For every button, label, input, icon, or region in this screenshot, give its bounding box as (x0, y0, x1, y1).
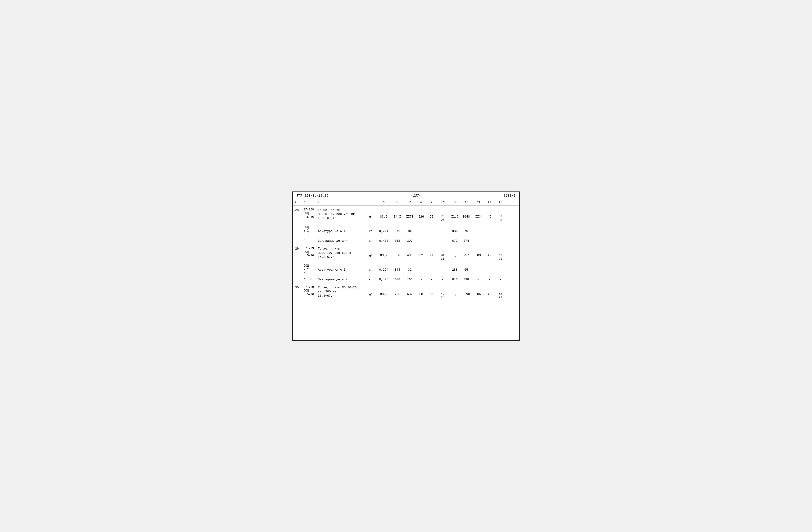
row-num-29: 29 (294, 247, 303, 251)
col14-28-arm: - (484, 230, 495, 233)
desc-29: То же, плитыП030-I0, вес 600 ктI5,8+67,4 (317, 247, 365, 259)
col7-28: II73 (404, 208, 416, 219)
ref-29-zak: п.I38 (303, 278, 317, 282)
col-header-1: I (294, 201, 303, 204)
col15-28-zak: - (495, 239, 506, 243)
col-header-4: 4 (365, 201, 377, 204)
table-row: ССЦт.2п.I Арматура кл.А-I кг 0,224 I44 3… (294, 264, 518, 276)
col15-30: 632I (495, 285, 506, 299)
col15-28: 6728 (495, 208, 506, 222)
col8-29-zak: - (416, 278, 426, 281)
col-header-14: I4 (484, 201, 495, 204)
table-row: п.I3 Закладные детали кг 0,408 752 307 -… (294, 238, 518, 243)
col5-30: 83,2 (377, 285, 391, 296)
ref-29-arm: ССЦт.2п.I (303, 264, 317, 275)
col15-29: 6I2I (495, 247, 506, 261)
col9-29-arm: - (426, 268, 436, 271)
col9-28: 5I (426, 208, 436, 219)
document-page: ТПР 820-04-19.85 -137- 9203/8 I 2 3 4 5 … (292, 191, 520, 341)
col12-28-zak: 274 (460, 239, 472, 243)
col13-30: I06 (472, 285, 484, 296)
col6-28-arm: 376 (391, 230, 404, 233)
col7-29: 483 (404, 247, 416, 257)
col11-28-arm: 836 (449, 230, 460, 233)
col9-29-zak: - (426, 278, 436, 281)
col-header-2: 2 (303, 201, 317, 204)
col11-28: I2,6 (449, 208, 460, 219)
col10-28-zak: - (436, 239, 449, 243)
col11-28-zak: 672 (449, 239, 460, 243)
col13-29-arm: - (472, 268, 484, 271)
col12-28: I048 (460, 208, 472, 219)
col13-28-zak: - (472, 239, 484, 243)
col-header-6: 6 (391, 201, 404, 204)
col14-30: 48 (484, 285, 495, 296)
table-row: ССЦт.2п.I Арматура кл.А-I кг 0,224 376 8… (294, 225, 518, 237)
col8-29: 52 (416, 247, 426, 257)
col8-28-arm: - (416, 230, 426, 233)
col14-29-arm: - (484, 268, 495, 271)
table-row: 28 37-7I9ССЦп.5-36 То же, плитыПО 25-I5,… (294, 208, 518, 222)
col8-28-zak: - (416, 239, 426, 243)
col7-28-arm: 84 (404, 230, 416, 233)
col8-29-arm: - (416, 268, 426, 271)
ref-29: 37-7I9ССЦп.5-36 (303, 247, 317, 258)
col-header-12: I2 (460, 201, 472, 204)
unit-28-arm: кг (365, 230, 377, 233)
col10-30: 40I4 (436, 285, 449, 299)
col9-28-arm: - (426, 230, 436, 233)
page-header: ТПР 820-04-19.85 -137- 9203/8 (293, 192, 519, 199)
col15-29-zak: - (495, 278, 506, 281)
col-header-13: I3 (472, 201, 484, 204)
col13-29: I03 (472, 247, 484, 257)
col-header-5: 5 (377, 201, 391, 204)
col-header-7: 7 (404, 201, 416, 204)
col14-29-zak: - (484, 278, 495, 281)
col13-29-zak: - (472, 278, 484, 281)
col11-29-arm: 288 (449, 268, 460, 271)
col5-28: 83,2 (377, 208, 391, 219)
desc-28-zak: Закладные детали (317, 239, 365, 243)
unit-30: м3 (365, 285, 377, 297)
col5-29-zak: 0,408 (377, 278, 391, 281)
col9-29: 2I (426, 247, 436, 257)
col13-28: II3 (472, 208, 484, 219)
col-header-8: 8 (416, 201, 426, 204)
header-left: ТПР 820-04-19.85 (296, 194, 328, 198)
col5-29-arm: 0,224 (377, 268, 391, 271)
col15-29-arm: - (495, 268, 506, 271)
ref-30: 37-7I9ССЦп.5-36 (303, 285, 317, 297)
col10-29-zak: - (436, 278, 449, 281)
col12-29-zak: 338 (460, 278, 472, 281)
row-num-28: 28 (294, 208, 303, 212)
col7-29-arm: 32 (404, 268, 416, 271)
col12-28-arm: 75 (460, 230, 472, 233)
col-header-11: II (449, 201, 460, 204)
col14-29: 42 (484, 247, 495, 257)
col9-28-zak: - (426, 239, 436, 243)
ref-28: 37-7I9ССЦп.5-36 (303, 208, 317, 219)
col15-28-arm: - (495, 230, 506, 233)
ref-28-arm: ССЦт.2п.I (303, 226, 317, 237)
col8-30: 68 (416, 285, 426, 296)
col-header-9: 9 (426, 201, 436, 204)
table-row: 29 37-7I9ССЦп.5-36 То же, плитыП030-I0, … (294, 247, 518, 261)
table-content: 28 37-7I9ССЦп.5-36 То же, плитыПО 25-I5,… (293, 205, 519, 301)
col-header-10: IO (436, 201, 449, 204)
col14-28-zak: - (484, 239, 495, 243)
col7-29-zak: I66 (404, 278, 416, 281)
col11-29: II,5 (449, 247, 460, 257)
col11-29-zak: 8I6 (449, 278, 460, 281)
col5-28-zak: 0,408 (377, 239, 391, 243)
col-header-3: 3 (317, 201, 365, 204)
unit-29: м3 (365, 247, 377, 258)
header-center: -137- (411, 194, 421, 198)
col9-30: 28 (426, 285, 436, 296)
col13-28-arm: - (472, 230, 484, 233)
col10-29-arm: - (436, 268, 449, 271)
col14-28: 46 (484, 208, 495, 219)
table-row: 30 37-7I9ССЦп.5-36 То же, плиты ПО 30-I5… (294, 285, 518, 300)
col6-29: 5,8 (391, 247, 404, 257)
col6-29-zak: 408 (391, 278, 404, 281)
desc-29-arm: Арматура кл.А-I (317, 268, 365, 271)
